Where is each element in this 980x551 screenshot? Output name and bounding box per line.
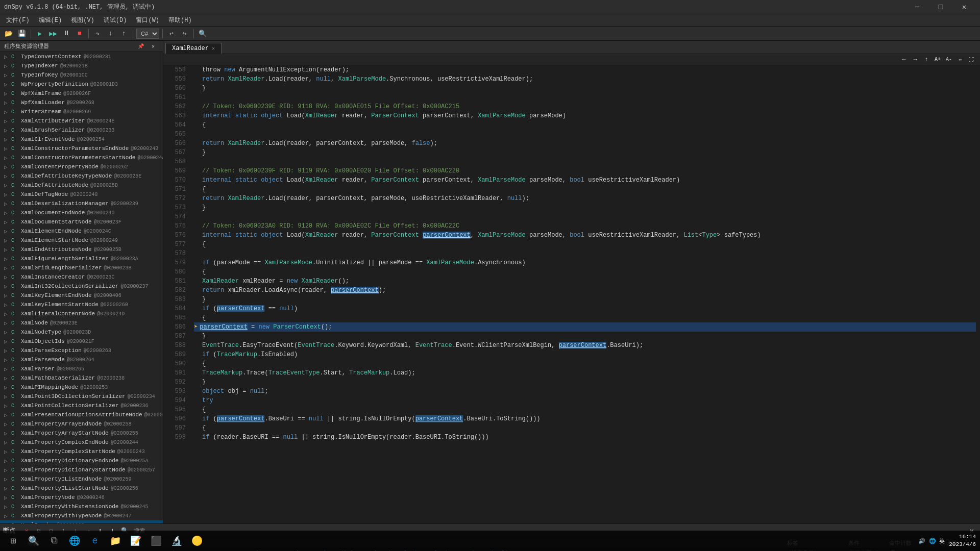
sidebar-body[interactable]: ▷ C TypeConvertContext @02000231 ▷ C Typ… (0, 52, 163, 523)
search-taskbar[interactable]: 🔍 (24, 532, 43, 550)
dnspy-icon[interactable]: 🔬 (167, 532, 186, 550)
sidebar-item[interactable]: ▷ C TypeConvertContext @02000231 (0, 52, 163, 61)
sidebar-close[interactable]: ✕ (148, 41, 159, 52)
toolbar-step-out[interactable]: ↑ (118, 28, 130, 39)
sidebar-item[interactable]: ▷ C XamlDocumentEndNode @02000240 (0, 208, 163, 217)
sidebar-item[interactable]: ▷ C XamlReader @0200026E (0, 520, 163, 523)
toolbar-search[interactable]: 🔍 (197, 28, 208, 39)
sidebar-item[interactable]: ▷ C XamlConstructorParametersStartNode @… (0, 153, 163, 162)
chrome-icon[interactable]: 🟡 (188, 532, 206, 550)
sidebar-item[interactable]: ▷ C XamlClrEventNode @02000254 (0, 135, 163, 144)
sidebar-item[interactable]: ▷ C XamlPropertyArrayStartNode @02000255 (0, 429, 163, 438)
sidebar-item[interactable]: ▷ C XamlPoint3DCollectionSerializer @020… (0, 392, 163, 401)
sidebar-item[interactable]: ▷ C XamlPropertyDictionaryStartNode @020… (0, 465, 163, 474)
sidebar-item[interactable]: ▷ C XamlObjectIds @0200021F (0, 337, 163, 346)
tab-close-button[interactable]: ✕ (212, 45, 215, 52)
nav-back[interactable]: ← (899, 55, 909, 64)
sidebar-item[interactable]: ▷ C XamlContentPropertyNode @02000262 (0, 162, 163, 171)
sidebar-item[interactable]: ▷ C XamlPropertyWithTypeNode @02000247 (0, 511, 163, 520)
sidebar-item[interactable]: ▷ C TypeInfoKey @020001CC (0, 70, 163, 80)
close-button[interactable]: ✕ (952, 0, 976, 14)
sidebar-item[interactable]: ▷ C XamlPropertyIListStartNode @02000256 (0, 484, 163, 493)
sidebar-item[interactable]: ▷ C XamlDocumentStartNode @0200023F (0, 217, 163, 227)
sidebar-item[interactable]: ▷ C TypeIndexer @0200021B (0, 61, 163, 70)
sidebar-item[interactable]: ▷ C XamlDeserializationManager @02000239 (0, 199, 163, 208)
menu-item-w[interactable]: 窗口(W) (132, 15, 163, 26)
font-decrease[interactable]: A- (944, 55, 953, 64)
code-editor: ← → ↑ A+ A- ⇔ ⛶ 558559560561562563564565… (163, 54, 980, 523)
toolbar-redo[interactable]: ↪ (179, 28, 190, 39)
fullscreen[interactable]: ⛶ (967, 55, 976, 64)
sidebar-item[interactable]: ▷ C XamlPIMappingNode @02000253 (0, 383, 163, 392)
toolbar-debug-pause[interactable]: ⏸ (61, 28, 72, 39)
word-wrap[interactable]: ⇔ (955, 55, 965, 64)
font-increase[interactable]: A+ (933, 55, 942, 64)
sidebar-pin[interactable]: 📌 (135, 41, 146, 52)
sidebar-item[interactable]: ▷ C XamlDefAttributeKeyTypeNode @0200025… (0, 171, 163, 181)
toolbar-debug-continue[interactable]: ▶▶ (47, 28, 59, 39)
edge-icon[interactable]: 🌐 (65, 532, 84, 550)
toolbar-save[interactable]: 💾 (16, 28, 28, 39)
sidebar-item[interactable]: ▷ C XamlPresentationOptionsAttributeNode… (0, 410, 163, 419)
sidebar-item[interactable]: ▷ C XamlDefAttributeNode @0200025D (0, 181, 163, 190)
sidebar-item[interactable]: ▷ C XamlPropertyNode @02000246 (0, 493, 163, 502)
nav-forward[interactable]: → (911, 55, 920, 64)
sidebar-item[interactable]: ▷ C XamlPropertyComplexEndNode @02000244 (0, 438, 163, 447)
sidebar-item[interactable]: ▷ C XamlElementEndNode @0200024C (0, 227, 163, 236)
sidebar-item[interactable]: ▷ C XamlInstanceCreator @0200023C (0, 272, 163, 282)
toolbar-step-into[interactable]: ↓ (105, 28, 116, 39)
language-select[interactable]: C# (136, 29, 159, 39)
sidebar-item[interactable]: ▷ C XamlConstructorParametersEndNode @02… (0, 144, 163, 153)
code-content[interactable]: throw new ArgumentNullException(reader);… (190, 65, 980, 523)
cmd-icon[interactable]: ⬛ (147, 532, 165, 550)
sidebar-item[interactable]: ▷ C XamlPropertyArrayEndNode @02000258 (0, 419, 163, 429)
sidebar-item[interactable]: ▷ C XamlPropertyWithExtensionNode @02000… (0, 502, 163, 511)
notepad-icon[interactable]: 📝 (127, 532, 145, 550)
sidebar-item[interactable]: ▷ C XamlPathDataSerializer @02000238 (0, 373, 163, 383)
tab-xamlreader[interactable]: XamlReader ✕ (165, 43, 222, 54)
sidebar-item[interactable]: ▷ C XamlInt32CollectionSerializer @02000… (0, 282, 163, 291)
start-button[interactable]: ⊞ (4, 532, 22, 550)
toolbar-open[interactable]: 📂 (3, 28, 14, 39)
sidebar-item[interactable]: ▷ C XamlBrushSerializer @02000233 (0, 126, 163, 135)
sidebar-item[interactable]: ▷ C WriterStream @02000269 (0, 107, 163, 116)
sidebar-item[interactable]: ▷ C XamlPointCollectionSerializer @02000… (0, 401, 163, 410)
sidebar-item[interactable]: ▷ C WpfXamlLoader @02000268 (0, 98, 163, 107)
ie-icon[interactable]: e (86, 532, 104, 550)
sidebar-item[interactable]: ▷ C WpfXamlFrame @0200026F (0, 89, 163, 98)
menu-item-f[interactable]: 文件(F) (2, 15, 34, 26)
sidebar-item[interactable]: ▷ C XamlParseException @02000263 (0, 346, 163, 355)
toolbar-step-over[interactable]: ↷ (92, 28, 103, 39)
nav-up[interactable]: ↑ (922, 55, 931, 64)
sidebar-item[interactable]: ▷ C XamlPropertyIListEndNode @02000259 (0, 474, 163, 484)
sidebar-item[interactable]: ▷ C XamlNode @0200023E (0, 318, 163, 328)
menu-item-v[interactable]: 视图(V) (67, 15, 99, 26)
sidebar-item[interactable]: ▷ C XamlElementStartNode @02000249 (0, 236, 163, 245)
toolbar-debug-start[interactable]: ▶ (34, 28, 45, 39)
sidebar-item[interactable]: ▷ C XamlPropertyComplexStartNode @020002… (0, 447, 163, 456)
sidebar-item[interactable]: ▷ C XamlParser @02000265 (0, 364, 163, 373)
sidebar-item[interactable]: ▷ C XamlFigureLengthSerializer @0200023A (0, 254, 163, 263)
toolbar-debug-stop[interactable]: ■ (74, 28, 85, 39)
menubar: 文件(F)编辑(E)视图(V)调试(D)窗口(W)帮助(H) (0, 14, 980, 27)
menu-item-d[interactable]: 调试(D) (100, 15, 131, 26)
item-label: XamlDefAttributeKeyTypeNode (21, 173, 112, 179)
sidebar-item[interactable]: ▷ C WpPropertyDefinition @020001D3 (0, 80, 163, 89)
sidebar-item[interactable]: ▷ C XamlLiteralContentNode @0200024D (0, 309, 163, 318)
sidebar-item[interactable]: ▷ C XamlEndAttributesNode @0200025B (0, 245, 163, 254)
menu-item-e[interactable]: 编辑(E) (35, 15, 66, 26)
sidebar-item[interactable]: ▷ C XamlAttributeWriter @0200024E (0, 116, 163, 126)
sidebar-item[interactable]: ▷ C XamlGridLengthSerializer @0200023B (0, 263, 163, 272)
sidebar-item[interactable]: ▷ C XamlKeyElementEndNode @02000406 (0, 291, 163, 300)
minimize-button[interactable]: ─ (905, 0, 929, 14)
menu-item-h[interactable]: 帮助(H) (164, 15, 196, 26)
task-view[interactable]: ⧉ (45, 532, 63, 550)
sidebar-item[interactable]: ▷ C XamlParseMode @02000264 (0, 355, 163, 364)
sidebar-item[interactable]: ▷ C XamlDefTagNode @02000248 (0, 190, 163, 199)
sidebar-item[interactable]: ▷ C XamlKeyElementStartNode @02000260 (0, 300, 163, 309)
explorer-icon[interactable]: 📁 (106, 532, 125, 550)
sidebar-item[interactable]: ▷ C XamlNodeType @0200023D (0, 328, 163, 337)
toolbar-undo[interactable]: ↩ (166, 28, 177, 39)
maximize-button[interactable]: □ (929, 0, 952, 14)
sidebar-item[interactable]: ▷ C XamlPropertyDictionaryEndNode @02000… (0, 456, 163, 465)
